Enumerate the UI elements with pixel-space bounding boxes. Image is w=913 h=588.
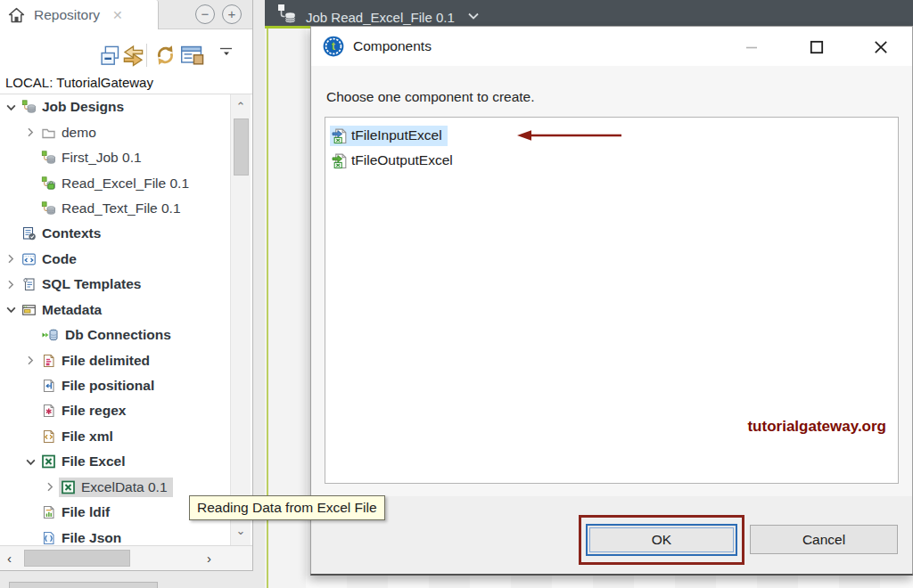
- tree-item-label: File positional: [62, 378, 154, 394]
- file-positional-icon: [41, 379, 57, 393]
- indent-spacer: [25, 379, 41, 393]
- tab-repository[interactable]: Repository ✕: [0, 0, 159, 29]
- watermark: tutorialgateway.org: [747, 418, 886, 436]
- maximize-panel-button[interactable]: +: [222, 4, 242, 24]
- file-xml-icon: [41, 429, 57, 444]
- view-menu-icon[interactable]: [219, 47, 234, 58]
- tree-item-contexts[interactable]: Contexts: [0, 221, 230, 246]
- chevron-right-icon[interactable]: [5, 277, 21, 291]
- tree-item-file-json[interactable]: File Json: [0, 525, 230, 545]
- tree-item-label: Code: [42, 251, 77, 267]
- indent-spacer: [25, 328, 41, 342]
- list-item-label: tFileInputExcel: [351, 127, 442, 143]
- chevron-right-icon[interactable]: [25, 354, 41, 368]
- tfileinputexcel-icon: [332, 127, 350, 144]
- cancel-button[interactable]: Cancel: [750, 525, 898, 554]
- chevron-down-icon[interactable]: [25, 454, 41, 469]
- sql-templates-icon: [21, 277, 37, 291]
- tree-item-sql-templates[interactable]: SQL Templates: [0, 272, 230, 297]
- job-icon: [41, 151, 57, 165]
- chevron-down-icon[interactable]: [467, 12, 480, 20]
- component-list[interactable]: tFileInputExcel tFileOutputExcel tutoria…: [325, 117, 899, 484]
- minimize-panel-button[interactable]: −: [195, 4, 215, 24]
- svg-text:t: t: [332, 40, 335, 53]
- collapse-all-icon[interactable]: [100, 45, 121, 68]
- tree-item-file-regex[interactable]: File regex: [0, 398, 230, 423]
- home-icon: [8, 7, 25, 23]
- tree-item-read-text-file[interactable]: Read_Text_File 0.1: [0, 196, 230, 221]
- details-view-icon[interactable]: [180, 44, 205, 67]
- tree-item-label: Job Designs: [42, 99, 124, 115]
- tree-selection-highlight: ExcelData 0.1: [59, 478, 173, 497]
- indent-spacer: [25, 404, 41, 418]
- tree-item-code[interactable]: Code: [0, 247, 230, 272]
- job-designs-icon: [21, 100, 37, 114]
- indent-spacer: [25, 176, 41, 191]
- tree-item-label: File Json: [62, 530, 121, 545]
- tree-item-label: File Excel: [62, 453, 126, 470]
- chevron-down-icon[interactable]: [5, 100, 21, 114]
- scroll-up-icon[interactable]: ⌃: [231, 100, 251, 113]
- talend-studio-window: Job Read_Excel_File 0.1 Repository ✕ − +: [0, 0, 913, 588]
- editor-tab-title[interactable]: Job Read_Excel_File 0.1: [299, 10, 455, 26]
- tree-item-file-positional[interactable]: File positional: [0, 373, 230, 398]
- ok-button[interactable]: OK: [586, 524, 737, 556]
- file-regex-icon: [41, 404, 57, 418]
- chevron-right-icon[interactable]: [25, 126, 41, 140]
- repository-tabstrip: Repository ✕ − +: [0, 0, 252, 29]
- tree-horizontal-scrollbar[interactable]: ‹ ›: [0, 545, 252, 570]
- tree-item-label: File regex: [62, 403, 126, 419]
- scroll-right-icon[interactable]: ›: [207, 551, 211, 566]
- tree-item-file-delimited[interactable]: File delimited: [0, 347, 230, 372]
- chevron-down-icon[interactable]: [5, 303, 21, 317]
- tree-item-first-job[interactable]: First_Job 0.1: [0, 145, 230, 170]
- tree-item-read-excel-file[interactable]: Read_Excel_File 0.1: [0, 170, 230, 195]
- tree-item-label: ExcelData 0.1: [81, 479, 168, 495]
- tree-item-file-excel[interactable]: File Excel: [0, 449, 230, 474]
- tab-repository-label: Repository: [34, 7, 100, 23]
- tree-item-job-designs[interactable]: Job Designs: [0, 94, 230, 119]
- chevron-right-icon[interactable]: [5, 252, 21, 266]
- editor-tab-bar[interactable]: Job Read_Excel_File 0.1: [265, 0, 913, 26]
- contexts-icon: [21, 226, 37, 241]
- maximize-icon[interactable]: [806, 37, 827, 58]
- job-locked-icon: [41, 176, 57, 191]
- cancel-button-label: Cancel: [802, 532, 845, 548]
- horizontal-scrollbar-thumb[interactable]: [24, 550, 130, 567]
- list-item-tfileoutputexcel[interactable]: tFileOutputExcel: [325, 148, 898, 173]
- file-ldif-icon: [41, 505, 57, 519]
- tree-item-label: Metadata: [42, 302, 102, 318]
- tree-item-metadata[interactable]: Metadata: [0, 298, 230, 323]
- tree-item-label: File ldif: [62, 504, 110, 520]
- vertical-scrollbar-thumb[interactable]: [234, 118, 249, 176]
- tree-item-demo[interactable]: demo: [0, 119, 230, 144]
- tab-close-icon[interactable]: ✕: [112, 8, 123, 22]
- indent-spacer: [5, 226, 21, 241]
- dialog-titlebar[interactable]: t Components: [311, 27, 912, 66]
- ok-button-label: OK: [652, 532, 671, 548]
- code-icon: [21, 252, 37, 266]
- indent-spacer: [25, 201, 41, 216]
- metadata-icon: [21, 303, 37, 317]
- repository-panel: Repository ✕ − +: [0, 0, 253, 571]
- swap-arrows-icon[interactable]: [121, 43, 145, 69]
- minimized-panel-stub[interactable]: [9, 582, 158, 588]
- tree-item-file-xml[interactable]: File xml: [0, 424, 230, 449]
- refresh-icon[interactable]: [153, 43, 177, 68]
- tree-vertical-scrollbar[interactable]: ⌃ ⌄: [230, 94, 251, 545]
- folder-icon: [41, 126, 57, 140]
- tree-item-db-connections[interactable]: Db Connections: [0, 323, 230, 347]
- scroll-left-icon[interactable]: ‹: [7, 551, 12, 566]
- close-icon[interactable]: [870, 37, 892, 58]
- minimize-icon[interactable]: [741, 37, 762, 58]
- tree-item-label: File delimited: [62, 353, 150, 369]
- indent-spacer: [25, 151, 41, 165]
- indent-spacer: [25, 531, 41, 545]
- indent-spacer: [25, 429, 41, 444]
- toolbar-separator: [146, 44, 147, 67]
- tree-item-label: Db Connections: [65, 327, 171, 343]
- list-selection-highlight: tFileInputExcel: [330, 126, 448, 146]
- components-dialog: t Components Choose one component to cre…: [310, 26, 913, 576]
- indent-spacer: [25, 505, 41, 519]
- scroll-down-icon[interactable]: ⌄: [231, 524, 251, 537]
